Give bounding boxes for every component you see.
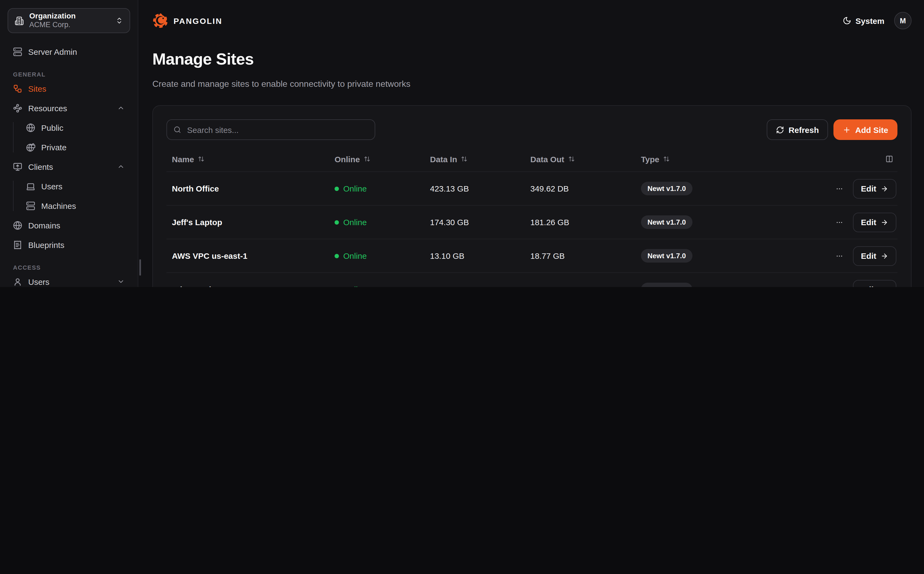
user-icon — [13, 277, 22, 286]
online-status-label: Online — [343, 184, 367, 193]
edit-button[interactable]: Edit — [853, 212, 896, 232]
avatar-initial: M — [900, 17, 906, 25]
site-type-badge: Newt v1.7.0 — [641, 249, 693, 263]
online-status-dot — [335, 220, 339, 224]
arrow-right-icon — [881, 285, 888, 287]
sidebar-item-blueprints[interactable]: Blueprints — [8, 236, 130, 253]
globe-lock-icon — [26, 142, 35, 151]
edit-button[interactable]: Edit — [853, 246, 896, 266]
chevrons-up-down-icon — [115, 17, 123, 24]
sidebar-item-clients[interactable]: Clients — [8, 158, 130, 175]
site-status: Online — [329, 251, 424, 260]
ellipsis-icon — [835, 285, 843, 287]
building-icon — [15, 16, 24, 25]
server-icon — [13, 47, 22, 56]
sidebar-item-public[interactable]: Public — [20, 119, 130, 136]
ellipsis-icon — [835, 185, 843, 192]
row-menu-button[interactable] — [833, 216, 845, 228]
refresh-label: Refresh — [789, 125, 819, 134]
table-row: North Office Online 423.13 GB 349.62 DB … — [167, 172, 897, 206]
sidebar-item-label: Private — [41, 142, 66, 151]
edit-button[interactable]: Edit — [853, 280, 896, 287]
waypoints-icon — [13, 103, 22, 113]
sidebar-item-client-users[interactable]: Users — [20, 177, 130, 195]
edit-label: Edit — [861, 184, 876, 193]
sidebar-scrollbar-thumb[interactable] — [139, 259, 141, 276]
sort-icon — [568, 156, 575, 162]
resources-subgroup: Public Private — [11, 119, 130, 156]
column-header-type[interactable]: Type — [635, 155, 789, 164]
site-status: Online — [329, 184, 424, 193]
edit-label: Edit — [861, 251, 876, 260]
table-header-row: Name Online Data In Data Out Type — [167, 147, 897, 172]
clients-subgroup: Users Machines — [11, 177, 130, 214]
arrow-right-icon — [881, 218, 888, 226]
moon-icon — [842, 16, 851, 25]
sidebar-item-label: Domains — [28, 221, 60, 230]
online-status-label: Online — [343, 285, 367, 287]
row-menu-button[interactable] — [833, 250, 845, 262]
chevron-down-icon[interactable] — [117, 278, 125, 285]
column-header-data-out[interactable]: Data Out — [525, 155, 635, 164]
sidebar-item-users[interactable]: Users — [8, 273, 130, 287]
chevron-up-icon[interactable] — [117, 163, 125, 170]
plus-icon — [843, 126, 851, 134]
sites-card: Refresh Add Site Name Online — [152, 105, 911, 287]
section-label-general: GENERAL — [13, 71, 130, 77]
add-site-label: Add Site — [855, 125, 888, 134]
row-menu-button[interactable] — [833, 284, 845, 287]
edit-button[interactable]: Edit — [853, 179, 896, 198]
org-selector-value: ACME Corp. — [29, 21, 110, 30]
brand-name: PANGOLIN — [173, 16, 222, 25]
site-type-badge: Newt v1.7.0 — [641, 182, 693, 195]
sidebar-item-server-admin[interactable]: Server Admin — [8, 43, 130, 60]
pangolin-logo-icon — [152, 13, 169, 29]
brand-logo[interactable]: PANGOLIN — [152, 13, 222, 29]
sidebar-item-private[interactable]: Private — [20, 138, 130, 156]
sort-icon — [364, 156, 370, 162]
theme-toggle[interactable]: System — [842, 16, 885, 25]
site-status: Online — [329, 218, 424, 227]
sidebar-item-resources[interactable]: Resources — [8, 99, 130, 117]
monitor-up-icon — [13, 162, 22, 171]
refresh-icon — [776, 126, 784, 134]
site-name: Edge Device 01 — [167, 285, 329, 287]
sidebar-item-label: Machines — [41, 201, 76, 210]
page-subtitle: Create and manage sites to enable connec… — [152, 79, 911, 89]
section-label-access: ACCESS — [13, 264, 130, 271]
main-content: PANGOLIN System M Manage Sites Create an… — [138, 0, 924, 287]
sidebar-item-label: Server Admin — [28, 47, 77, 56]
sidebar-item-sites[interactable]: Sites — [8, 80, 130, 97]
chevron-up-icon[interactable] — [117, 104, 125, 112]
site-name: North Office — [167, 184, 329, 193]
avatar[interactable]: M — [894, 12, 911, 29]
receipt-text-icon — [13, 240, 22, 249]
column-header-name[interactable]: Name — [167, 155, 329, 164]
online-status-dot — [335, 186, 339, 191]
laptop-icon — [26, 181, 35, 191]
sidebar-item-domains[interactable]: Domains — [8, 216, 130, 234]
site-data-in: 174.30 GB — [424, 218, 525, 227]
table-row: AWS VPC us-east-1 Online 13.10 GB 18.77 … — [167, 239, 897, 273]
online-status-label: Online — [343, 251, 367, 260]
sort-icon — [198, 156, 204, 162]
column-header-data-in[interactable]: Data In — [424, 155, 525, 164]
search-box — [167, 119, 375, 140]
column-settings-button[interactable] — [885, 155, 893, 163]
sidebar-item-label: Sites — [28, 84, 46, 93]
ellipsis-icon — [835, 252, 843, 260]
row-menu-button[interactable] — [833, 183, 845, 194]
edit-label: Edit — [861, 285, 876, 287]
site-data-out: 341.93 MB — [525, 285, 635, 287]
search-icon — [173, 126, 181, 134]
add-site-button[interactable]: Add Site — [833, 119, 897, 140]
sidebar-item-machines[interactable]: Machines — [20, 197, 130, 214]
org-selector[interactable]: Organization ACME Corp. — [8, 8, 130, 33]
arrow-right-icon — [881, 252, 888, 260]
topbar: PANGOLIN System M — [152, 0, 911, 41]
column-header-online[interactable]: Online — [329, 155, 424, 164]
site-data-out: 349.62 DB — [525, 184, 635, 193]
search-input[interactable] — [186, 125, 368, 135]
online-status-label: Online — [343, 218, 367, 227]
refresh-button[interactable]: Refresh — [767, 119, 828, 140]
